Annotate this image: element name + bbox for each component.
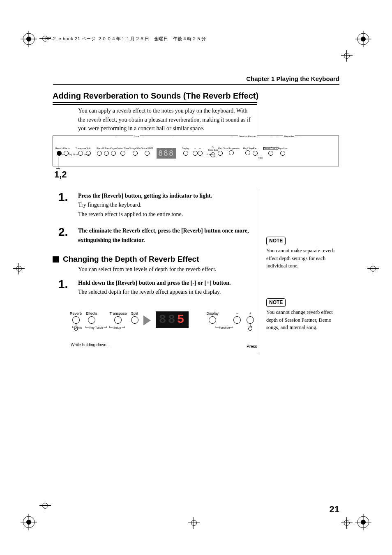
note-text: You cannot make separate reverb effect d… xyxy=(266,247,340,269)
il-under-demo: Demo xyxy=(74,326,82,329)
seven-segment-display-icon: 888 xyxy=(157,148,176,159)
under-label-demo: Demo xyxy=(59,153,64,156)
panel-button-guitar-bass: Guitar/ Bass xyxy=(117,147,129,155)
step-item: 1. Hold down the [Reverb] button and pre… xyxy=(58,279,256,297)
callout-label: 1,2 xyxy=(54,169,67,180)
il-button-plus: + xyxy=(247,311,254,331)
under-label-setup: Setup xyxy=(84,153,90,156)
step-line: Try fingering the keyboard. xyxy=(78,200,212,210)
panel-button-minus: − xyxy=(193,147,198,155)
panel-button-piano: Piano xyxy=(97,147,102,155)
panel-button-equalizer: Equalizer xyxy=(278,147,288,155)
page-number: 21 xyxy=(330,504,339,515)
step-number: 1. xyxy=(58,279,78,297)
depth-illustration: Reverb Effects Transpose Split └Demo └─K… xyxy=(70,311,255,348)
il-under-setup: Setup xyxy=(113,326,121,329)
subsection-title: Changing the Depth of Reverb Effect xyxy=(53,255,199,264)
press-label: Press xyxy=(247,344,257,349)
step-number: 1. xyxy=(58,191,78,219)
chapter-rule xyxy=(53,84,339,85)
panel-button-part: Part xyxy=(218,147,223,155)
panel-button-play-stop: Play/ Stop xyxy=(243,147,253,156)
section-title: Adding Reverberation to Sounds (The Reve… xyxy=(53,91,258,101)
registration-mark-icon xyxy=(355,31,371,47)
note-tag: NOTE xyxy=(266,237,286,245)
panel-button-sound-control: Sound Control xyxy=(263,147,278,156)
subsection-intro: You can select from ten levels of depth … xyxy=(78,266,256,273)
crop-mark-icon xyxy=(341,517,353,529)
hold-label: While holding down... xyxy=(71,343,110,347)
section-underline xyxy=(53,102,257,105)
panel-button-voice-gm2: Voice/ GM2 xyxy=(141,147,153,155)
panel-button-chord-progression: Chord Progression xyxy=(223,147,240,156)
note-text: You cannot change reverb effect depth of… xyxy=(266,309,340,331)
group-label-recorder: Recorder xyxy=(283,135,295,138)
header-meta: FP-2_e.book 21 ページ ２００４年１１月２６日 金曜日 午後４時２… xyxy=(45,36,206,42)
vertical-divider xyxy=(259,84,259,135)
under-label-function: Function xyxy=(207,153,214,156)
crop-mark-icon xyxy=(341,50,353,62)
panel-button-display: Display xyxy=(182,147,189,155)
step-bold: The eliminate the Reverb effect, press t… xyxy=(78,226,256,245)
under-label-keytouch: Key Touch xyxy=(69,153,78,156)
panel-button-rec: Rec xyxy=(253,147,258,155)
chapter-title: Chapter 1 Playing the Keyboard xyxy=(246,75,339,82)
registration-mark-icon xyxy=(21,514,37,530)
step-number: 2. xyxy=(58,226,78,245)
group-label-tone: Tone xyxy=(133,135,140,138)
panel-button-strings-pad: Strings/ Pad xyxy=(129,147,141,155)
arrow-right-icon xyxy=(143,315,151,325)
il-under-keytouch: Key Touch xyxy=(90,326,103,329)
step-bold: Press the [Reverb] button, getting its i… xyxy=(78,191,212,200)
square-bullet-icon xyxy=(53,256,59,263)
note-tag: NOTE xyxy=(266,298,286,307)
step-line: The reverb effect is applied to the enti… xyxy=(78,210,212,219)
under-label-track: Track xyxy=(258,157,263,159)
steps-list: 1. Press the [Reverb] button, getting it… xyxy=(58,191,256,252)
crop-mark-icon xyxy=(367,263,379,274)
crop-mark-icon xyxy=(39,500,51,511)
step-item: 1. Press the [Reverb] button, getting it… xyxy=(58,191,256,219)
step-line: The selected depth for the reverb effect… xyxy=(78,288,231,297)
registration-mark-icon xyxy=(21,31,37,47)
il-function-label: Function xyxy=(219,326,230,329)
step-bold: Hold down the [Reverb] button and press … xyxy=(78,279,231,288)
crop-mark-icon xyxy=(13,263,25,274)
il-button-minus: − xyxy=(233,311,241,331)
hand-icon xyxy=(247,324,254,331)
callout-line xyxy=(58,157,58,168)
note-box: NOTE You cannot change reverb effect dep… xyxy=(266,298,340,331)
panel-button-epiano: E.Piano xyxy=(102,147,110,155)
crop-mark-icon xyxy=(188,517,200,529)
registration-mark-icon xyxy=(355,514,371,530)
group-label-session: Session Partner xyxy=(238,135,257,138)
intro-paragraph: You can apply a reverb effect to the not… xyxy=(78,106,256,133)
steps-list: 1. Hold down the [Reverb] button and pre… xyxy=(58,279,256,304)
note-box: NOTE You cannot make separate reverb eff… xyxy=(266,237,340,269)
panel-button-organ: Organ xyxy=(111,147,117,155)
panel-button-plus: + xyxy=(198,147,203,155)
vertical-divider xyxy=(259,189,259,352)
il-button-split: Split xyxy=(131,311,138,331)
step-item: 2. The eliminate the Reverb effect, pres… xyxy=(58,226,256,245)
panel-diagram: Tone Session Partner Recorder Reverb Eff… xyxy=(53,136,339,166)
seven-segment-display-icon: 885 xyxy=(156,311,189,328)
